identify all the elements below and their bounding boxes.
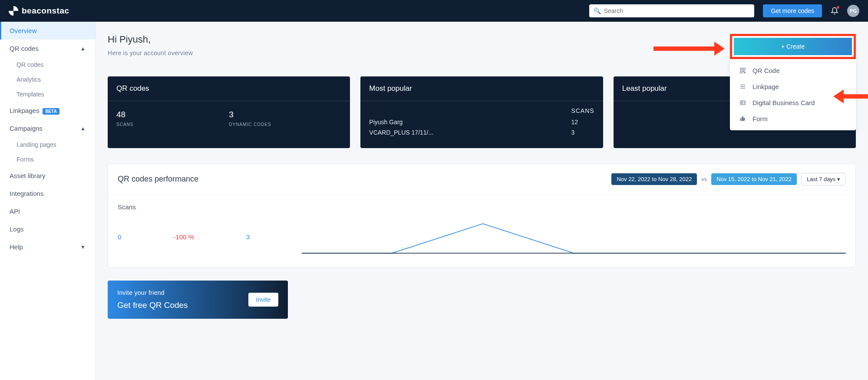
- performance-title: QR codes performance: [118, 175, 198, 184]
- svg-rect-1: [743, 68, 745, 70]
- stat-dynamic-label: DYNAMIC CODES: [229, 122, 341, 127]
- scans-column-label: SCANS: [571, 107, 594, 114]
- dd-label: Linkpage: [752, 83, 779, 90]
- sidebar-sub-templates[interactable]: Templates: [0, 87, 95, 102]
- scans-chart: [302, 219, 846, 254]
- performance-panel: QR codes performance Nov 22, 2022 to Nov…: [108, 164, 856, 268]
- sidebar-item-linkpages[interactable]: LinkpagesBETA: [0, 102, 95, 119]
- sidebar-label: Campaigns: [10, 125, 43, 132]
- annotation-arrow-dbc: [833, 89, 868, 103]
- card-title: Most popular: [360, 76, 603, 101]
- card-title: QR codes: [108, 76, 350, 101]
- sidebar-item-help[interactable]: Help▼: [0, 238, 95, 256]
- card-qr-codes: QR codes 48 SCANS 3 DYNAMIC CODES: [108, 76, 350, 148]
- qr-code-icon: [739, 67, 746, 74]
- date-range-compare[interactable]: Nov 15, 2022 to Nov 21, 2022: [711, 173, 797, 185]
- vs-label: vs: [701, 176, 707, 182]
- scans-current: 0: [118, 233, 121, 241]
- search-box[interactable]: 🔍: [589, 4, 754, 17]
- thumbs-up-icon: [739, 116, 746, 122]
- sidebar-item-asset-library[interactable]: Asset library: [0, 167, 95, 185]
- sidebar-label: Help: [10, 243, 23, 251]
- popular-item-scans: 12: [571, 119, 594, 126]
- sidebar-label: Logs: [10, 225, 24, 233]
- sidebar-label: API: [10, 208, 20, 215]
- sidebar-item-logs[interactable]: Logs: [0, 220, 95, 238]
- annotation-highlight: + Create: [730, 34, 856, 59]
- scans-previous: 3: [246, 233, 250, 241]
- sidebar-sub-qr-codes[interactable]: QR codes: [0, 57, 95, 72]
- sidebar-item-qr-codes[interactable]: QR codes▲: [0, 40, 95, 57]
- sidebar-item-overview[interactable]: Overview: [0, 22, 95, 40]
- stat-dynamic-value: 3: [229, 110, 341, 119]
- beta-badge: BETA: [43, 108, 59, 115]
- date-range-selector[interactable]: Last 7 days ▾: [801, 173, 846, 185]
- sidebar: Overview QR codes▲ QR codes Analytics Te…: [0, 22, 96, 380]
- stat-scans-label: SCANS: [116, 122, 229, 127]
- create-menu: + Create QR Code Linkpage Digital Busine…: [730, 34, 856, 130]
- sidebar-sub-landing-pages[interactable]: Landing pages: [0, 137, 95, 152]
- user-avatar[interactable]: PG: [847, 5, 859, 17]
- search-icon: 🔍: [594, 7, 601, 14]
- chevron-up-icon: ▲: [80, 46, 86, 52]
- stat-scans-value: 48: [116, 110, 229, 119]
- svg-rect-2: [740, 71, 742, 73]
- popular-item-name: Piyush Garg: [369, 119, 571, 126]
- dd-label: Form: [752, 115, 768, 122]
- brand-name: beaconstac: [22, 6, 69, 16]
- sidebar-sub-analytics[interactable]: Analytics: [0, 72, 95, 87]
- sidebar-label: QR codes: [10, 45, 39, 52]
- search-input[interactable]: [604, 7, 750, 14]
- invite-line1: Invite your friend: [117, 289, 188, 296]
- create-option-form[interactable]: Form: [730, 111, 856, 127]
- id-card-icon: [739, 99, 746, 106]
- sidebar-label: Integrations: [10, 190, 43, 197]
- sidebar-label: Linkpages: [10, 107, 39, 114]
- create-option-qr-code[interactable]: QR Code: [730, 63, 856, 79]
- sidebar-item-campaigns[interactable]: Campaigns▲: [0, 119, 95, 137]
- annotation-arrow-create: [653, 42, 725, 56]
- svg-rect-4: [744, 72, 745, 73]
- list-icon: [739, 83, 746, 90]
- sidebar-label: Overview: [10, 27, 37, 34]
- scans-change: -100 %: [173, 233, 194, 241]
- card-most-popular: Most popular Piyush Garg VCARD_PLUS 17/1…: [360, 76, 603, 148]
- popular-item-scans: 3: [571, 129, 594, 136]
- dd-label: Digital Business Card: [752, 99, 815, 106]
- svg-rect-8: [740, 101, 745, 105]
- svg-rect-0: [740, 68, 742, 70]
- create-button[interactable]: + Create: [734, 38, 852, 55]
- svg-point-9: [741, 102, 743, 103]
- invite-button[interactable]: Invite: [248, 293, 278, 307]
- scans-label: Scans: [118, 203, 846, 211]
- main-content: Hi Piyush, Here is your account overview…: [96, 22, 868, 380]
- brand-logo[interactable]: beaconstac: [9, 6, 69, 16]
- popular-item-name: VCARD_PLUS 17/11/...: [369, 129, 571, 136]
- svg-rect-3: [743, 71, 744, 72]
- brand-icon: [9, 6, 18, 16]
- chevron-up-icon: ▲: [80, 126, 86, 132]
- sidebar-item-integrations[interactable]: Integrations: [0, 185, 95, 202]
- sidebar-sub-forms[interactable]: Forms: [0, 152, 95, 167]
- chevron-down-icon: ▾: [837, 176, 840, 182]
- dd-label: QR Code: [752, 67, 780, 74]
- date-range-current[interactable]: Nov 22, 2022 to Nov 28, 2022: [611, 173, 697, 185]
- get-more-codes-button[interactable]: Get more codes: [763, 4, 822, 17]
- sidebar-label: Asset library: [10, 172, 46, 179]
- chevron-down-icon: ▼: [80, 244, 86, 250]
- invite-banner: Invite your friend Get free QR Codes Inv…: [108, 281, 288, 319]
- app-header: beaconstac 🔍 Get more codes PG: [0, 0, 868, 22]
- notifications-icon[interactable]: [831, 7, 838, 15]
- invite-line2: Get free QR Codes: [117, 301, 188, 310]
- sidebar-item-api[interactable]: API: [0, 202, 95, 220]
